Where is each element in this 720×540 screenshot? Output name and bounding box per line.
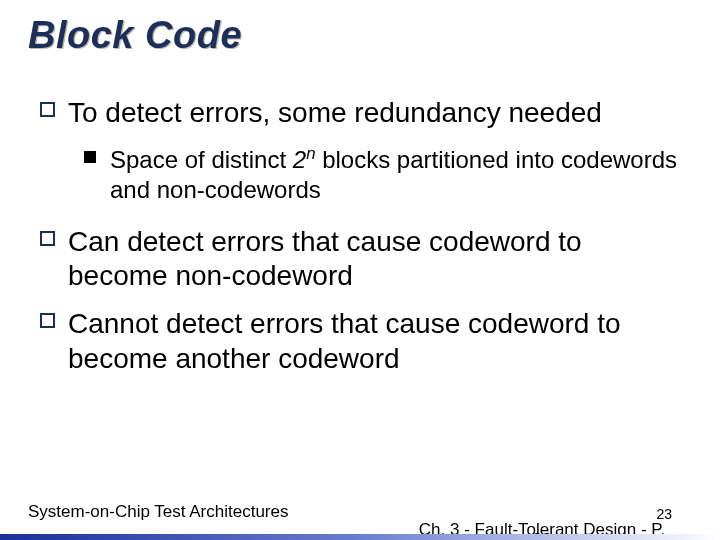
hollow-square-icon — [40, 102, 55, 117]
bullet-level1: Can detect errors that cause codeword to… — [40, 225, 680, 293]
math-base: 2 — [293, 146, 306, 173]
slide-body: To detect errors, some redundancy needed… — [40, 96, 680, 390]
bullet-level1: Cannot detect errors that cause codeword… — [40, 307, 680, 375]
hollow-square-icon — [40, 231, 55, 246]
bullet-level1: To detect errors, some redundancy needed — [40, 96, 680, 130]
bottom-gradient-bar — [0, 534, 720, 540]
bullet-text-pre: Space of distinct — [110, 146, 293, 173]
bullet-text: Can detect errors that cause codeword to… — [68, 226, 582, 291]
hollow-square-icon — [40, 313, 55, 328]
filled-square-icon — [84, 151, 96, 163]
bullet-level2: Space of distinct 2n blocks partitioned … — [40, 144, 680, 205]
bullet-text: To detect errors, some redundancy needed — [68, 97, 602, 128]
slide-title: Block Code — [28, 14, 242, 57]
bullet-text: Cannot detect errors that cause codeword… — [68, 308, 621, 373]
slide: Block Code To detect errors, some redund… — [0, 0, 720, 540]
footer-left: System-on-Chip Test Architectures — [28, 502, 288, 522]
